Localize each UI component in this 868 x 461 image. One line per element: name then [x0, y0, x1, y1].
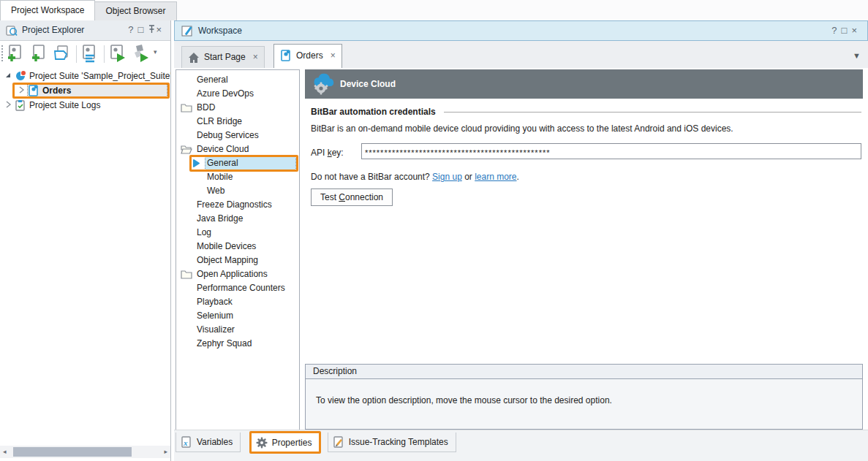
workspace-header-buttons: ?□× [831, 25, 861, 36]
toolbar-separator [76, 45, 77, 63]
settings-item-label: Freeze Diagnostics [197, 198, 272, 212]
project-doc-icon [280, 50, 292, 61]
settings-item-general[interactable]: General [176, 73, 299, 87]
settings-item-log[interactable]: Log [176, 226, 299, 240]
sign-up-link[interactable]: Sign up [432, 172, 462, 182]
description-panel: Description To view the option descripti… [305, 364, 863, 430]
bitbar-account-line: Do not have a BitBar account? Sign up or… [311, 172, 519, 182]
toolbar-overflow-dropdown[interactable]: ▾ [154, 48, 157, 56]
tree-item-orders[interactable]: Orders [0, 83, 170, 98]
close-tab-icon[interactable]: × [331, 50, 336, 61]
settings-item-label: Playback [197, 295, 233, 309]
project-explorer-panel: Project Explorer ?□× ▾ Project Suite 'Sa… [0, 20, 171, 461]
maximize-button[interactable]: □ [842, 25, 852, 36]
project-explorer-icon [6, 25, 18, 37]
close-tab-icon[interactable]: × [253, 52, 258, 62]
pin-button[interactable] [148, 24, 156, 35]
doc-plus-icon [29, 44, 50, 63]
description-panel-text: To view the option description, move the… [306, 379, 862, 405]
settings-item-clr-bridge[interactable]: CLR Bridge [176, 115, 299, 129]
doc-tab-label: Start Page [204, 52, 246, 62]
settings-item-mobile[interactable]: Mobile [176, 170, 299, 184]
doc-image-plus-icon [6, 44, 26, 63]
home-icon [188, 52, 200, 64]
settings-item-label: Performance Counters [197, 281, 285, 295]
add-new-item-button[interactable] [29, 44, 50, 64]
scroll-left-arrow[interactable]: ◂ [3, 448, 7, 455]
device-cloud-title: Device Cloud [340, 79, 396, 89]
workspace-title: Workspace [198, 26, 242, 36]
settings-item-visualizer[interactable]: Visualizer [176, 323, 299, 337]
close-button[interactable]: × [851, 25, 861, 36]
expand-icon[interactable] [4, 101, 13, 110]
settings-item-label: Open Applications [197, 267, 268, 281]
settings-item-open-applications[interactable]: Open Applications [176, 267, 299, 281]
bottom-tab-issue-tracking-templates[interactable]: Issue-Tracking Templates [328, 433, 456, 452]
editor-bottom-tabstrip: xVariablesPropertiesIssue-Tracking Templ… [174, 430, 868, 461]
project-explorer-header-buttons: ?□× [128, 24, 166, 36]
settings-item-freeze-diagnostics[interactable]: Freeze Diagnostics [176, 198, 299, 212]
settings-item-label: Zephyr Squad [197, 337, 252, 351]
settings-item-java-bridge[interactable]: Java Bridge [176, 212, 299, 226]
view-tab-project-workspace[interactable]: Project Workspace [0, 0, 95, 20]
help-button[interactable]: ? [128, 24, 137, 35]
bottom-tab-label: Variables [197, 437, 233, 447]
bitbar-description-text: BitBar is an on-demand mobile device clo… [311, 123, 852, 134]
selection-highlight-box [189, 155, 298, 172]
svg-text:x: x [183, 438, 188, 447]
api-key-label: API key: [311, 148, 344, 158]
settings-item-web[interactable]: Web [176, 184, 299, 198]
toolbar-grip[interactable] [1, 45, 3, 63]
description-panel-title: Description [306, 365, 862, 379]
scroll-right-arrow[interactable]: ▸ [164, 448, 167, 455]
bottom-tab-properties[interactable]: Properties [249, 431, 322, 454]
expand-icon[interactable] [18, 86, 26, 95]
gear-icon [256, 437, 268, 449]
bottom-tab-variables[interactable]: xVariables [176, 433, 241, 452]
open-button[interactable] [53, 44, 73, 64]
settings-item-performance-counters[interactable]: Performance Counters [176, 281, 299, 295]
folder-open-icon [181, 144, 192, 154]
test-connection-button[interactable]: Test Connection [311, 188, 393, 206]
settings-item-selenium[interactable]: Selenium [176, 309, 299, 323]
settings-item-label: Java Bridge [197, 212, 243, 226]
settings-item-debug-services[interactable]: Debug Services [176, 129, 299, 142]
settings-item-general[interactable]: General [176, 156, 299, 170]
suite-run-icon [132, 44, 152, 63]
view-tab-object-browser[interactable]: Object Browser [95, 1, 176, 20]
folder-icon [181, 269, 192, 279]
expand-collapse-icon[interactable] [4, 72, 13, 80]
tree-item-label: Project Suite 'Sample_Project_Suite' (1 … [29, 69, 170, 83]
close-button[interactable]: × [156, 24, 166, 35]
run-project-suite-button[interactable] [132, 44, 152, 64]
settings-item-label: Web [207, 184, 224, 198]
add-new-project-button[interactable] [6, 44, 26, 64]
folder-icon [181, 102, 192, 113]
settings-item-zephyr-squad[interactable]: Zephyr Squad [176, 337, 299, 351]
api-key-input[interactable] [361, 143, 861, 159]
toolbar-separator [104, 45, 105, 63]
settings-item-object-mapping[interactable]: Object Mapping [176, 254, 299, 267]
tree-item-project-suite-sample-project-s[interactable]: Project Suite 'Sample_Project_Suite' (1 … [0, 69, 170, 83]
issue-tracking-icon [333, 436, 344, 448]
bottom-tab-label: Properties [272, 438, 312, 448]
horizontal-scrollbar[interactable]: ◂ ▸ [0, 446, 170, 458]
settings-item-playback[interactable]: Playback [176, 295, 299, 309]
settings-item-bdd[interactable]: BDD [176, 101, 299, 115]
maximize-button[interactable]: □ [138, 24, 148, 35]
tab-overflow-dropdown[interactable]: ▼ [853, 51, 861, 60]
scrollbar-thumb[interactable] [13, 447, 132, 457]
logs-icon [15, 99, 26, 111]
settings-item-label: Debug Services [197, 129, 259, 142]
doc-tab-label: Orders [296, 50, 323, 61]
organize-items-button[interactable] [80, 44, 101, 64]
settings-item-azure-devops[interactable]: Azure DevOps [176, 87, 299, 101]
tree-item-label: Project Suite Logs [29, 98, 100, 113]
help-button[interactable]: ? [831, 25, 841, 36]
tree-item-project-suite-logs[interactable]: Project Suite Logs [0, 98, 170, 113]
settings-item-mobile-devices[interactable]: Mobile Devices [176, 240, 299, 254]
doc-tab-orders[interactable]: Orders× [273, 44, 342, 68]
run-project-button[interactable] [108, 44, 129, 64]
learn-more-link[interactable]: learn more [475, 172, 516, 182]
doc-tab-start-page[interactable]: Start Page× [181, 46, 265, 68]
